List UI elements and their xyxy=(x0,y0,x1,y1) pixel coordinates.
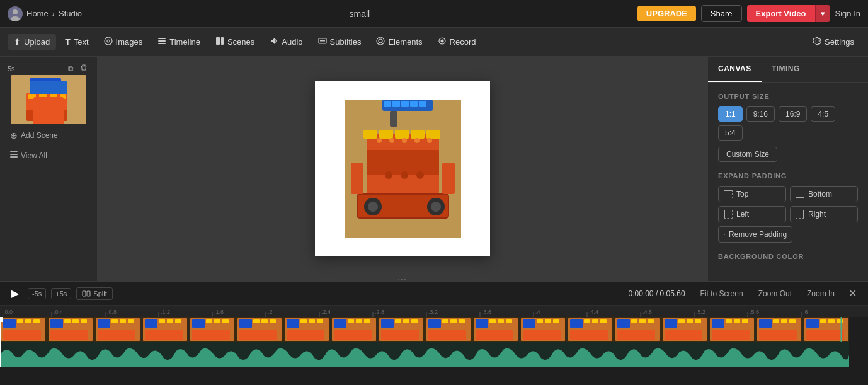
background-color-title: BACKGROUND COLOR xyxy=(718,253,858,260)
padding-left-icon xyxy=(724,210,733,219)
settings-icon xyxy=(813,37,821,47)
scene-duration: 5s xyxy=(8,65,15,72)
size-btn-1-1[interactable]: 1:1 xyxy=(718,106,743,122)
svg-rect-20 xyxy=(30,78,61,86)
scene-thumbnail[interactable] xyxy=(11,75,86,124)
size-btn-9-16[interactable]: 9:16 xyxy=(746,106,775,122)
current-time: 0:00.00 xyxy=(628,289,653,298)
padding-grid: Top Bottom Left Right xyxy=(718,186,858,222)
top-bar-right: UPGRADE Share Export Video ▾ Sign In xyxy=(637,5,860,22)
svg-text::4.8: :4.8 xyxy=(642,309,652,315)
custom-size-button[interactable]: Custom Size xyxy=(718,147,777,162)
sign-in-link[interactable]: Sign In xyxy=(835,9,860,18)
view-all-button[interactable]: View All xyxy=(5,147,92,164)
svg-rect-59 xyxy=(384,101,391,107)
export-video-button[interactable]: Export Video xyxy=(747,5,815,22)
scene-item: 5s ⧉ xyxy=(5,62,92,124)
toolbar-record[interactable]: Record xyxy=(431,33,483,50)
svg-point-13 xyxy=(379,39,382,43)
toolbar-text[interactable]: T Text xyxy=(59,34,94,50)
padding-left-button[interactable]: Left xyxy=(718,206,786,222)
padding-left-label: Left xyxy=(736,210,749,219)
tab-timing[interactable]: TIMING xyxy=(762,57,810,82)
minus-5s-button[interactable]: -5s xyxy=(28,288,46,299)
svg-rect-24 xyxy=(28,94,36,99)
upload-label: Upload xyxy=(24,37,50,47)
padding-top-icon xyxy=(724,190,733,198)
svg-text::6: :6 xyxy=(803,309,808,315)
settings-button[interactable]: Settings xyxy=(806,33,860,50)
svg-rect-61 xyxy=(401,101,409,107)
text-label: Text xyxy=(74,37,89,47)
audio-icon xyxy=(270,37,278,47)
tab-canvas[interactable]: CANVAS xyxy=(708,57,762,82)
toolbar-scenes[interactable]: Scenes xyxy=(209,33,261,50)
svg-text::5.6: :5.6 xyxy=(750,309,759,315)
svg-rect-58 xyxy=(345,100,461,238)
expand-padding-title: EXPAND PADDING xyxy=(718,172,858,180)
svg-rect-29 xyxy=(10,154,18,155)
fit-to-screen-button[interactable]: Fit to Screen xyxy=(695,288,748,299)
svg-text::4.4: :4.4 xyxy=(589,309,598,315)
toolbar-subtitles[interactable]: Subtitles xyxy=(312,33,368,50)
project-name[interactable]: small xyxy=(350,9,370,19)
size-btn-4-5[interactable]: 4:5 xyxy=(811,106,835,122)
export-dropdown-button[interactable]: ▾ xyxy=(815,5,830,22)
size-btn-16-9[interactable]: 16:9 xyxy=(779,106,807,122)
svg-rect-64 xyxy=(83,291,86,296)
svg-text::0.8: :0.8 xyxy=(107,309,117,315)
toolbar-images[interactable]: Images xyxy=(98,33,149,50)
svg-point-14 xyxy=(377,37,384,45)
scene-delete-button[interactable] xyxy=(78,63,89,74)
top-bar: Home › Studio small UPGRADE Share Export… xyxy=(0,0,868,28)
close-timeline-button[interactable]: ✕ xyxy=(845,286,860,301)
share-button[interactable]: Share xyxy=(701,5,742,22)
scenes-label: Scenes xyxy=(227,37,254,47)
top-bar-center: small xyxy=(82,9,637,19)
toolbar-audio[interactable]: Audio xyxy=(263,33,309,50)
svg-text::1.6: :1.6 xyxy=(214,309,224,315)
top-bar-left: Home › Studio xyxy=(8,6,82,21)
playhead[interactable] xyxy=(0,317,1,367)
upgrade-button[interactable]: UPGRADE xyxy=(637,6,696,21)
plus-5s-button[interactable]: +5s xyxy=(51,288,71,299)
upload-icon: ⬆ xyxy=(14,37,21,47)
svg-text::3.6: :3.6 xyxy=(482,309,491,315)
left-panel: 5s ⧉ xyxy=(0,57,98,281)
scene-copy-button[interactable]: ⧉ xyxy=(66,63,76,74)
toolbar-upload[interactable]: ⬆ Upload xyxy=(8,34,56,50)
time-separator: / xyxy=(656,289,660,298)
svg-rect-60 xyxy=(392,101,400,107)
size-btn-5-4[interactable]: 5:4 xyxy=(718,125,743,141)
toolbar-elements[interactable]: Elements xyxy=(370,33,428,50)
home-link[interactable]: Home xyxy=(26,9,49,18)
svg-rect-28 xyxy=(10,151,18,152)
play-button[interactable]: ▶ xyxy=(8,286,23,301)
svg-rect-25 xyxy=(39,94,47,99)
canvas-area[interactable]: ··· xyxy=(98,57,707,281)
remove-padding-button[interactable]: Remove Padding xyxy=(718,226,792,243)
split-button[interactable]: Split xyxy=(76,287,112,300)
audio-label: Audio xyxy=(282,37,302,47)
total-time: 0:05.60 xyxy=(660,289,685,298)
export-button-wrapper: Export Video ▾ xyxy=(747,5,830,22)
svg-text::2.4: :2.4 xyxy=(321,309,331,315)
video-track[interactable] xyxy=(0,317,849,342)
timeline-track-area[interactable]: :0.0 :0.4 :0.8 :1.2 :1.6 :2 :2.4 :2.8 :3… xyxy=(0,306,868,385)
zoom-in-button[interactable]: Zoom In xyxy=(802,288,840,299)
toolbar-timeline[interactable]: Timeline xyxy=(151,33,207,50)
svg-rect-26 xyxy=(50,94,57,99)
svg-rect-12 xyxy=(323,40,325,42)
text-icon: T xyxy=(65,37,71,47)
svg-rect-8 xyxy=(216,37,220,45)
padding-top-button[interactable]: Top xyxy=(718,186,786,202)
add-scene-label: Add Scene xyxy=(21,131,58,140)
record-label: Record xyxy=(450,37,476,47)
zoom-out-button[interactable]: Zoom Out xyxy=(753,288,797,299)
padding-right-button[interactable]: Right xyxy=(790,206,858,222)
padding-bottom-button[interactable]: Bottom xyxy=(790,186,858,202)
svg-text::3.2: :3.2 xyxy=(428,309,438,315)
playhead-handle[interactable] xyxy=(0,317,3,322)
output-size-title: OUTPUT SIZE xyxy=(718,93,858,100)
add-scene-button[interactable]: ⊕ Add Scene xyxy=(5,127,92,144)
